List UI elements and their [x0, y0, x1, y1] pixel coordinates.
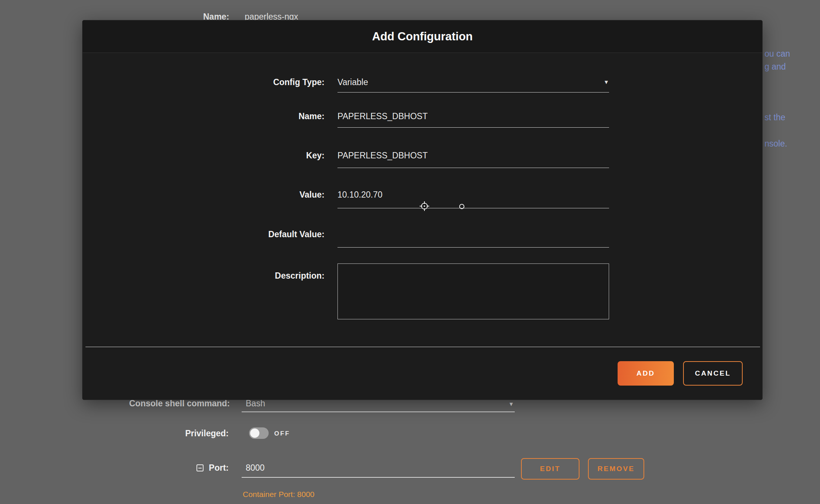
- key-input[interactable]: PAPERLESS_DBHOST: [337, 151, 609, 161]
- cancel-button[interactable]: CANCEL: [683, 361, 743, 386]
- dropdown-arrow-icon[interactable]: ▼: [508, 401, 514, 407]
- description-label: Description:: [140, 271, 325, 281]
- privileged-toggle[interactable]: [249, 427, 269, 439]
- default-value-label: Default Value:: [140, 229, 325, 239]
- cursor-crosshair-icon: [419, 201, 430, 212]
- port-label-group: Port:: [129, 463, 229, 473]
- toggle-knob-icon: [250, 429, 259, 438]
- name-input-underline: [337, 127, 609, 128]
- cursor-dot-icon: [459, 204, 464, 209]
- remove-button[interactable]: REMOVE: [588, 458, 644, 480]
- key-input-underline: [337, 168, 609, 168]
- console-shell-command-label: Console shell command:: [129, 399, 229, 409]
- help-text-fragment: ou can: [764, 49, 790, 59]
- privileged-state-label: OFF: [274, 430, 290, 437]
- port-label: Port:: [209, 463, 229, 473]
- privileged-label: Privileged:: [129, 429, 229, 439]
- collapse-minus-icon[interactable]: [196, 464, 204, 471]
- minus-glyph: [198, 468, 202, 468]
- config-type-underline: [337, 92, 609, 93]
- help-text-fragment: st the: [764, 112, 785, 122]
- dialog-header: Add Configuration: [83, 20, 762, 53]
- value-label: Value:: [140, 190, 325, 200]
- edit-button[interactable]: EDIT: [521, 458, 579, 480]
- description-textarea[interactable]: [337, 263, 609, 319]
- value-input[interactable]: 10.10.20.70: [337, 190, 609, 200]
- console-shell-command-select[interactable]: Bash: [246, 399, 265, 409]
- container-port-hint: Container Port: 8000: [243, 490, 315, 499]
- port-input-underline: [242, 477, 515, 478]
- help-text-fragment: g and: [764, 62, 786, 72]
- dropdown-arrow-icon[interactable]: ▼: [604, 79, 609, 85]
- value-input-underline: [337, 208, 609, 208]
- add-button[interactable]: ADD: [618, 361, 674, 386]
- console-dropdown-underline: [242, 411, 515, 412]
- help-text-fragment: nsole.: [764, 139, 787, 149]
- name-label: Name:: [140, 111, 325, 121]
- config-type-select[interactable]: Variable: [337, 77, 609, 87]
- config-type-label: Config Type:: [140, 77, 325, 87]
- default-value-input-underline: [337, 247, 609, 248]
- footer-divider: [85, 347, 760, 347]
- dialog-title: Add Configuration: [83, 20, 762, 53]
- key-label: Key:: [140, 151, 325, 161]
- port-value-input[interactable]: 8000: [246, 463, 265, 473]
- name-input[interactable]: PAPERLESS_DBHOST: [337, 111, 609, 121]
